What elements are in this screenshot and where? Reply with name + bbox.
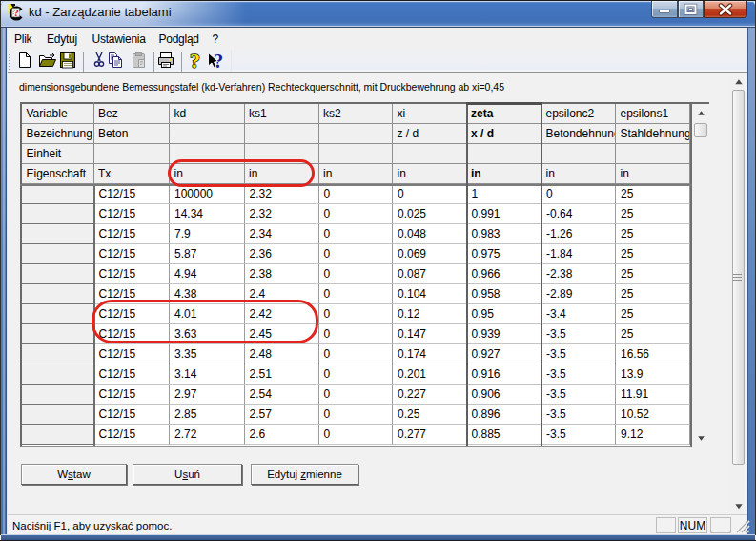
svg-text:?: ?	[190, 51, 200, 72]
svg-text:?: ?	[13, 8, 18, 18]
